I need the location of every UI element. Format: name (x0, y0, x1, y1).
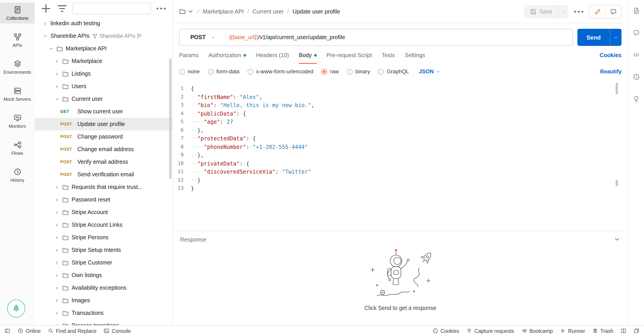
tree-item-sharetribe-apis[interactable]: Sharetribe APIsSharetribe APIs [P (35, 30, 172, 42)
radio-button[interactable] (378, 69, 384, 74)
body-type-binary[interactable]: binary (347, 68, 370, 75)
editor-scrollbar-thumb[interactable] (616, 83, 618, 94)
body-type-form-data[interactable]: form-data (208, 68, 240, 75)
code-line[interactable]: 1{ (173, 85, 628, 93)
documentation-icon[interactable] (632, 7, 640, 14)
tab-params[interactable]: Params (179, 47, 198, 64)
beautify-link[interactable]: Beautify (600, 68, 622, 75)
tree-item-process-transitions[interactable]: Process transitions (35, 319, 172, 325)
language-select[interactable]: JSON (419, 68, 440, 75)
tab-pre-request-script[interactable]: Pre-request Script (326, 47, 372, 64)
tab-settings[interactable]: Settings (405, 47, 425, 64)
tree-item-stripe-persons[interactable]: Stripe Persons (35, 231, 172, 244)
sidebar-more-button[interactable] (155, 3, 167, 14)
add-button[interactable] (40, 3, 52, 14)
code-line[interactable]: 7··"protectedData":·{ (173, 134, 628, 143)
status-online[interactable]: Online (18, 328, 41, 334)
tab-authorization[interactable]: Authorization (208, 47, 246, 64)
body-type-x-www-form-urlencoded[interactable]: x-www-form-urlencoded (248, 68, 314, 75)
body-type-graphql[interactable]: GraphQL (378, 68, 409, 75)
status-runner[interactable]: Runner (560, 328, 585, 334)
workspace-switcher[interactable] (179, 8, 194, 15)
tree-item-availability-exceptions[interactable]: Availability exceptions (35, 282, 172, 294)
breadcrumb-collection[interactable]: Marketplace API (203, 8, 244, 15)
sidebar-search-input[interactable] (72, 3, 151, 14)
tree-item-images[interactable]: Images (35, 294, 172, 307)
tree-item-requests-that-require-trust[interactable]: Requests that require trust... (35, 181, 172, 193)
radio-button[interactable] (179, 69, 185, 74)
rail-item-monitors[interactable]: Monitors (0, 111, 35, 131)
radio-button[interactable] (208, 69, 214, 74)
body-type-raw[interactable]: raw (322, 68, 339, 75)
send-button[interactable]: Send (578, 29, 610, 46)
tree-item-stripe-setup-intents[interactable]: Stripe Setup Intents (35, 244, 172, 256)
status-capture-requests[interactable]: Capture requests (466, 328, 514, 334)
code-line[interactable]: 4··"publicData":·{ (173, 109, 628, 118)
tree-item-change-email-address[interactable]: POSTChange email address (35, 143, 172, 156)
status-sidebar-toggle-icon[interactable] (4, 328, 10, 334)
code-line[interactable]: 12··} (173, 176, 628, 184)
status-console[interactable]: Console (104, 328, 131, 334)
save-button[interactable]: Save (524, 5, 558, 18)
cookies-link[interactable]: Cookies (600, 52, 622, 58)
code-line[interactable]: 10··"privateData":·{ (173, 159, 628, 168)
save-options-button[interactable] (558, 5, 568, 18)
status-bootcamp[interactable]: Bootcamp (521, 328, 553, 334)
status-trash[interactable]: Trash (592, 328, 614, 334)
tree-item-own-listings[interactable]: Own listings (35, 269, 172, 282)
sidebar-scrollbar-thumb[interactable] (169, 58, 172, 179)
response-collapse-chevron-icon[interactable] (614, 236, 620, 243)
code-snippet-icon[interactable] (632, 51, 640, 58)
code-line[interactable]: 11····"discoveredServiceVia":·"Twitter" (173, 168, 628, 176)
rail-item-environments[interactable]: Environments (0, 57, 35, 77)
tree-item-marketplace-api[interactable]: Marketplace API (35, 42, 172, 55)
info-icon[interactable] (632, 73, 640, 80)
tree-item-stripe-customer[interactable]: Stripe Customer (35, 256, 172, 269)
filter-button[interactable] (56, 3, 68, 14)
tree-item-change-password[interactable]: POSTChange password (35, 130, 172, 143)
rail-item-collections[interactable]: Collections (0, 3, 35, 23)
rocket-badge[interactable] (7, 300, 25, 318)
tree-item-stripe-account[interactable]: Stripe Account (35, 206, 172, 219)
body-type-none[interactable]: none (179, 68, 200, 75)
url-input[interactable]: {{base_url}}/v1/api/current_user/update_… (226, 29, 572, 45)
tree-item-transactions[interactable]: Transactions (35, 307, 172, 319)
tree-item-users[interactable]: Users (35, 80, 172, 93)
tree-item-show-current-user[interactable]: GETShow current user (35, 105, 172, 118)
send-options-button[interactable] (610, 29, 622, 46)
code-line[interactable]: 13} (173, 184, 628, 193)
comments-icon[interactable] (632, 29, 640, 36)
tab-tests[interactable]: Tests (382, 47, 395, 64)
tab-headers-10[interactable]: Headers (10) (256, 47, 289, 64)
radio-button[interactable] (347, 69, 353, 74)
tree-item-update-user-profile[interactable]: POSTUpdate user profile (35, 118, 172, 130)
method-select[interactable]: POST (180, 29, 226, 45)
status-cookies[interactable]: Cookies (432, 328, 459, 334)
code-line[interactable]: 8····"phoneNumber":·"+1-202-555-4444" (173, 143, 628, 151)
tree-item-current-user[interactable]: Current user (35, 93, 172, 105)
code-line[interactable]: 9··}, (173, 151, 628, 159)
breadcrumb-folder[interactable]: Current user (252, 8, 284, 15)
request-more-button[interactable] (573, 6, 584, 17)
tree-item-stripe-account-links[interactable]: Stripe Account Links (35, 219, 172, 231)
lightbulb-icon[interactable] (632, 95, 640, 103)
tree-item-marketplace[interactable]: Marketplace (35, 55, 172, 67)
code-line[interactable]: 5····"age":·27 (173, 118, 628, 126)
radio-button[interactable] (322, 69, 328, 74)
rail-item-flows[interactable]: Flows (0, 138, 35, 158)
status-split-pane-icon[interactable] (620, 328, 626, 334)
status-new-window-icon[interactable] (634, 328, 640, 334)
radio-button[interactable] (248, 69, 253, 74)
status-find-and-replace[interactable]: Find and Replace (48, 328, 96, 334)
editor-scrollbar-thumb[interactable] (616, 180, 618, 186)
tree-item-password-reset[interactable]: Password reset (35, 193, 172, 206)
rail-item-history[interactable]: History (0, 165, 35, 185)
code-line[interactable]: 3··"bio":·"Hello,·this·is·my·new·bio.", (173, 101, 628, 109)
comments-button[interactable] (605, 5, 621, 18)
edit-mode-button[interactable] (590, 5, 605, 18)
tree-item-send-verification-email[interactable]: POSTSend verification email (35, 168, 172, 181)
code-line[interactable]: 2··"firstName":·"Alex", (173, 93, 628, 101)
code-line[interactable]: 6··}, (173, 126, 628, 134)
tab-body[interactable]: Body (299, 47, 316, 64)
rail-item-mock-servers[interactable]: Mock Servers (0, 84, 35, 104)
